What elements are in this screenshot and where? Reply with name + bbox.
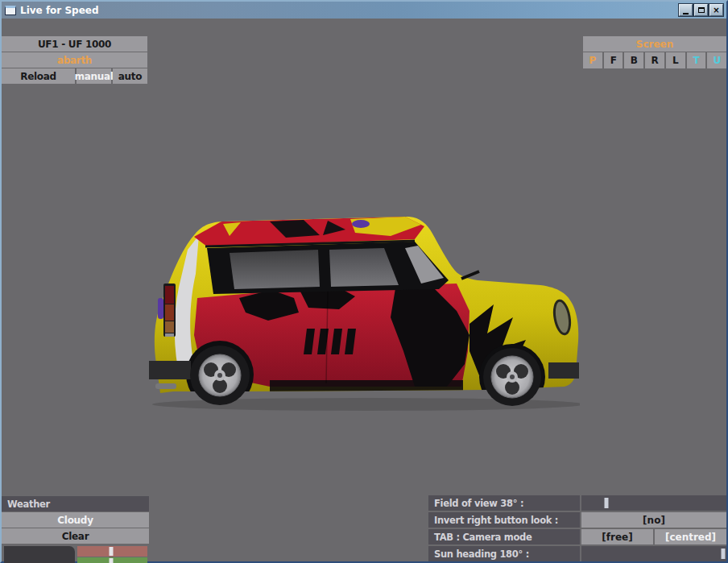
close-icon: × <box>713 6 719 14</box>
car-rear-bumper <box>149 361 191 379</box>
auto-button[interactable]: auto <box>113 68 147 84</box>
car-front-wheel <box>483 348 541 406</box>
color-preview-box <box>4 546 75 563</box>
app-window: Live for Speed × <box>0 0 728 563</box>
car-wiper <box>461 271 479 279</box>
close-button[interactable]: × <box>709 4 723 16</box>
minimize-icon <box>683 13 689 14</box>
car-windows <box>205 241 449 294</box>
green-slider-handle[interactable] <box>109 558 113 563</box>
screen-button-p[interactable]: P <box>583 52 602 68</box>
weather-panel: Weather Cloudy Clear <box>2 496 149 563</box>
sun-heading-slider[interactable] <box>581 546 726 561</box>
car-render <box>149 214 580 412</box>
car-front-bumper <box>548 362 579 379</box>
invert-look-label: Invert right button look : <box>428 512 580 528</box>
screen-button-b[interactable]: B <box>624 52 643 68</box>
green-slider[interactable] <box>77 557 147 563</box>
skin-name-button[interactable]: abarth <box>2 52 147 68</box>
sun-heading-label: Sun heading 180° : <box>428 546 580 561</box>
reload-button[interactable]: Reload <box>2 68 75 84</box>
vehicle-panel: UF1 - UF 1000 abarth Reload manual auto <box>2 36 147 84</box>
screen-button-u[interactable]: U <box>707 52 726 68</box>
screen-panel-title: Screen <box>583 36 726 52</box>
car-taillight <box>165 286 174 304</box>
invert-look-toggle[interactable]: [no] <box>581 512 726 528</box>
screen-button-f[interactable]: F <box>604 52 623 68</box>
weather-option-cloudy[interactable]: Cloudy <box>2 512 149 528</box>
red-slider-handle[interactable] <box>109 547 113 556</box>
sun-heading-slider-handle[interactable] <box>721 549 725 559</box>
vehicle-model-button[interactable]: UF1 - UF 1000 <box>2 36 147 52</box>
maximize-button[interactable] <box>694 4 708 16</box>
camera-mode-centred-button[interactable]: [centred] <box>655 529 726 544</box>
app-icon <box>5 6 16 15</box>
car-roof-purple <box>352 220 370 228</box>
title-bar[interactable]: Live for Speed × <box>2 2 726 19</box>
fov-label: Field of view 38° : <box>428 495 580 511</box>
weather-panel-title: Weather <box>2 496 149 511</box>
tab-camera-mode-label: TAB : Camera mode <box>428 529 580 544</box>
fov-slider-handle[interactable] <box>604 498 608 508</box>
screen-panel: Screen P F B R L T U <box>583 36 726 68</box>
red-slider[interactable] <box>77 546 147 557</box>
window-title: Live for Speed <box>20 5 99 16</box>
view-options-panel: Field of view 38° : Invert right button … <box>428 495 726 563</box>
minimize-button[interactable] <box>679 4 693 16</box>
garage-3d-viewport[interactable]: UF1 - UF 1000 abarth Reload manual auto … <box>2 19 726 561</box>
car-rear-wheel <box>190 346 250 405</box>
camera-mode-free-button[interactable]: [free] <box>581 529 653 544</box>
weather-option-clear[interactable]: Clear <box>2 528 149 544</box>
manual-button[interactable]: manual <box>77 68 111 84</box>
screen-button-l[interactable]: L <box>666 52 685 68</box>
screen-button-t[interactable]: T <box>687 52 706 68</box>
maximize-icon <box>698 7 705 13</box>
fov-slider[interactable] <box>581 495 726 511</box>
screen-button-r[interactable]: R <box>645 52 664 68</box>
car-exhaust <box>155 383 176 389</box>
